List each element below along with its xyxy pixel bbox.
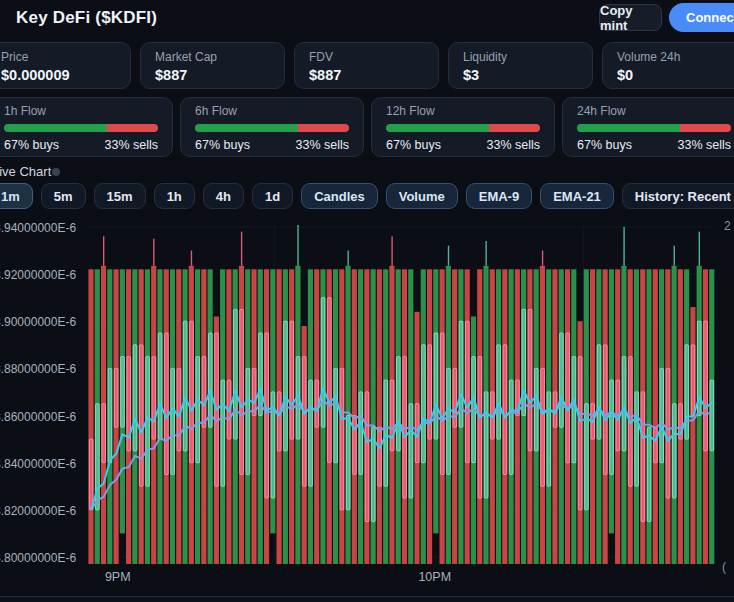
stat-value: $0 — [617, 67, 732, 83]
candle-body-up — [484, 392, 488, 498]
stat-value: $0.000009 — [1, 67, 116, 83]
stat-label: FDV — [309, 50, 424, 64]
flow-card-24h-flow: 24h Flow67% buys33% sells — [562, 97, 734, 157]
flow-label: 1h Flow — [4, 104, 158, 118]
candle-body-down — [390, 380, 394, 451]
candle-body-down — [566, 333, 570, 463]
candle-body-up — [672, 404, 676, 498]
stat-value: $887 — [155, 67, 270, 83]
candle-body-up — [660, 368, 664, 462]
candle-body-up — [635, 392, 639, 486]
x-axis-label: 10PM — [418, 570, 451, 584]
candle-range-down — [251, 269, 256, 564]
history-selector-button[interactable]: History: Recent — [622, 183, 734, 209]
candle-body-down — [641, 392, 645, 522]
toggle-button-ema-9[interactable]: EMA-9 — [466, 183, 532, 209]
candle-body-up — [560, 333, 564, 427]
candle-body-down — [428, 345, 432, 439]
candle-body-down — [303, 357, 307, 487]
toggle-button-candles[interactable]: Candles — [301, 183, 378, 209]
candle-body-down — [704, 321, 708, 451]
buys-percent-label: 67% buys — [386, 138, 441, 152]
stat-card-liquidity: Liquidity$3 — [448, 42, 593, 89]
candle-body-down — [503, 345, 507, 475]
y-axis-label: 8.86000000E-6 — [0, 410, 86, 424]
buys-percent-label: 67% buys — [4, 138, 59, 152]
candle-body-down — [152, 357, 156, 440]
flow-percentages: 67% buys33% sells — [577, 138, 731, 152]
chart-controls-row: 1m5m15m1h4h1dCandlesVolumeEMA-9EMA-21His… — [0, 183, 734, 209]
flow-card-12h-flow: 12h Flow67% buys33% sells — [371, 97, 555, 157]
y-axis-label: 8.94000000E-6 — [0, 221, 86, 235]
candle-body-up — [447, 368, 451, 474]
stat-card-fdv: FDV$887 — [294, 42, 439, 89]
candle-wick — [241, 232, 242, 266]
candle-range-down — [653, 269, 658, 564]
copy-mint-button[interactable]: Copy mint — [599, 4, 662, 31]
timeframe-button-1h[interactable]: 1h — [154, 183, 195, 209]
candle-body-up — [234, 309, 238, 439]
flow-label: 12h Flow — [386, 104, 540, 118]
candle-wick — [674, 246, 675, 266]
x-axis-label: 9PM — [105, 570, 131, 584]
candle-body-down — [114, 368, 118, 427]
toggle-button-ema-21[interactable]: EMA-21 — [540, 183, 614, 209]
candle-wick — [348, 251, 349, 266]
buys-bar-segment — [386, 124, 489, 132]
buy-sell-ratio-bar — [195, 124, 349, 132]
candle-body-down — [165, 333, 169, 475]
toggle-button-volume[interactable]: Volume — [386, 183, 458, 209]
stat-label: Liquidity — [463, 50, 578, 64]
candle-range-down — [88, 269, 93, 564]
candle-body-down — [578, 357, 582, 510]
candle-body-up — [610, 380, 614, 474]
candle-body-up — [246, 368, 250, 474]
candle-body-up — [334, 368, 338, 462]
buys-percent-label: 67% buys — [577, 138, 632, 152]
sells-bar-segment — [298, 124, 349, 132]
sells-percent-label: 33% sells — [296, 138, 350, 152]
candle-body-up — [158, 333, 162, 439]
timeframe-button-1m[interactable]: 1m — [0, 183, 33, 209]
timeframe-button-5m[interactable]: 5m — [41, 183, 86, 209]
candle-body-up — [409, 404, 413, 498]
buy-sell-ratio-bar — [386, 124, 540, 132]
candle-body-down — [603, 345, 607, 475]
candle-body-down — [328, 298, 332, 463]
sells-percent-label: 33% sells — [678, 138, 732, 152]
clipped-footer-text: ( — [722, 560, 726, 574]
candle-range-down — [377, 269, 382, 564]
connect-wallet-button[interactable]: Connect — [669, 3, 734, 32]
candle-body-up — [434, 333, 438, 439]
candle-wick — [623, 227, 624, 266]
timeframe-button-1d[interactable]: 1d — [252, 183, 293, 209]
candle-body-up — [108, 368, 112, 462]
candle-body-up — [422, 345, 426, 463]
candle-body-up — [221, 380, 225, 486]
flow-card-1h-flow: 1h Flow67% buys33% sells — [0, 97, 173, 157]
candle-wick — [297, 225, 298, 266]
candle-body-up — [547, 392, 551, 486]
candle-body-up — [710, 380, 714, 451]
candle-body-down — [252, 368, 256, 415]
candle-body-down — [353, 416, 357, 475]
buys-percent-label: 67% buys — [195, 138, 250, 152]
candle-body-up — [597, 345, 601, 439]
candle-wick — [191, 251, 192, 266]
candle-wick — [448, 246, 449, 266]
candle-body-up — [384, 380, 388, 486]
candle-body-down — [139, 345, 143, 487]
candle-body-down — [277, 392, 281, 451]
flow-label: 24h Flow — [577, 104, 731, 118]
timeframe-button-15m[interactable]: 15m — [94, 183, 146, 209]
flow-card-6h-flow: 6h Flow67% buys33% sells — [180, 97, 364, 157]
candle-body-down — [466, 321, 470, 463]
candle-wick — [153, 239, 154, 266]
candle-wick — [699, 232, 700, 266]
price-chart[interactable] — [88, 225, 715, 565]
timeframe-button-4h[interactable]: 4h — [203, 183, 244, 209]
page-title: Key DeFi ($KDFI) — [16, 8, 157, 28]
candle-body-down — [541, 368, 545, 486]
candle-body-up — [309, 380, 313, 486]
candle-body-up — [359, 392, 363, 475]
